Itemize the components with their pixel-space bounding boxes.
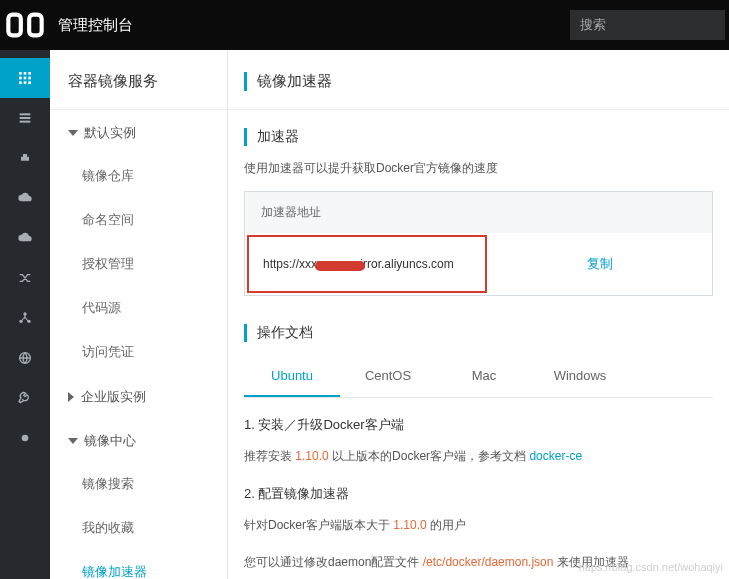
nav-globe-icon[interactable]: [0, 338, 50, 378]
doc-step2: 2. 配置镜像加速器: [244, 485, 713, 503]
doc-recommend: 推荐安装 1.10.0 以上版本的Docker客户端，参考文档 docker-c…: [244, 448, 713, 465]
doc-cfg-line2: 您可以通过修改daemon配置文件 /etc/docker/daemon.jso…: [244, 554, 713, 571]
tab-windows[interactable]: Windows: [532, 356, 628, 397]
sidebar-group-default[interactable]: 默认实例: [50, 110, 227, 154]
sidebar-item-namespaces[interactable]: 命名空间: [50, 198, 227, 242]
nav-network-icon[interactable]: [0, 298, 50, 338]
icon-rail: [0, 50, 50, 579]
accelerator-address-label: 加速器地址: [245, 192, 712, 233]
version-text: 1.10.0: [295, 449, 328, 463]
sidebar-group-enterprise[interactable]: 企业版实例: [50, 374, 227, 418]
nav-circle-icon[interactable]: [0, 418, 50, 458]
caret-down-icon: [68, 130, 78, 136]
brand-logo[interactable]: [0, 0, 50, 50]
svg-rect-1: [29, 15, 42, 36]
console-title: 管理控制台: [50, 16, 133, 35]
sidebar: 容器镜像服务 默认实例 镜像仓库 命名空间 授权管理 代码源 访问凭证 企业版实…: [50, 50, 228, 579]
svg-rect-6: [24, 77, 27, 80]
doc-step1: 1. 安装／升级Docker客户端: [244, 416, 713, 434]
svg-point-18: [22, 435, 29, 442]
svg-rect-12: [20, 117, 31, 119]
sidebar-item-credentials[interactable]: 访问凭证: [50, 330, 227, 374]
accelerator-address-box: 加速器地址 https://xxxxxxxx.mirror.aliyuncs.c…: [244, 191, 713, 296]
doc-cfg-line1: 针对Docker客户端版本大于 1.10.0 的用户: [244, 517, 713, 534]
sidebar-service-title: 容器镜像服务: [50, 50, 227, 110]
sidebar-item-favorites[interactable]: 我的收藏: [50, 506, 227, 550]
svg-rect-13: [20, 121, 31, 123]
svg-rect-9: [24, 81, 27, 84]
tab-centos[interactable]: CentOS: [340, 356, 436, 397]
content: 镜像加速器 加速器 使用加速器可以提升获取Docker官方镜像的速度 加速器地址…: [228, 50, 729, 579]
accelerator-address-value: https://xxxxxxxx.mirror.aliyuncs.com: [263, 257, 471, 271]
page-title: 镜像加速器: [244, 72, 713, 91]
nav-db-icon[interactable]: [0, 98, 50, 138]
section-docs-title: 操作文档: [244, 324, 713, 342]
nav-apps-icon[interactable]: [0, 58, 50, 98]
nav-cloud2-icon[interactable]: [0, 218, 50, 258]
docs-tabs: Ubuntu CentOS Mac Windows: [244, 356, 713, 398]
docker-ce-link[interactable]: docker-ce: [529, 449, 582, 463]
sidebar-item-auth[interactable]: 授权管理: [50, 242, 227, 286]
svg-rect-0: [8, 15, 21, 36]
caret-down-icon: [68, 438, 78, 444]
sidebar-group-center[interactable]: 镜像中心: [50, 418, 227, 462]
sidebar-item-search[interactable]: 镜像搜索: [50, 462, 227, 506]
svg-rect-11: [20, 113, 31, 115]
accelerator-highlight: https://xxxxxxxx.mirror.aliyuncs.com: [247, 235, 487, 293]
svg-rect-8: [19, 81, 22, 84]
svg-point-14: [23, 312, 26, 315]
top-bar: 管理控制台 搜索: [0, 0, 729, 50]
svg-rect-3: [24, 72, 27, 75]
search-input[interactable]: 搜索: [570, 10, 725, 40]
sidebar-item-source[interactable]: 代码源: [50, 286, 227, 330]
svg-rect-4: [28, 72, 31, 75]
section-accelerator-title: 加速器: [244, 128, 713, 146]
nav-tool-icon[interactable]: [0, 378, 50, 418]
redaction-mark: [315, 261, 365, 271]
nav-shuffle-icon[interactable]: [0, 258, 50, 298]
sidebar-item-repos[interactable]: 镜像仓库: [50, 154, 227, 198]
accelerator-desc: 使用加速器可以提升获取Docker官方镜像的速度: [244, 160, 713, 177]
tab-mac[interactable]: Mac: [436, 356, 532, 397]
svg-rect-5: [19, 77, 22, 80]
svg-rect-7: [28, 77, 31, 80]
daemon-json-path: /etc/docker/daemon.json: [423, 555, 554, 569]
nav-cloud-icon[interactable]: [0, 178, 50, 218]
caret-right-icon: [68, 392, 74, 402]
tab-ubuntu[interactable]: Ubuntu: [244, 356, 340, 397]
nav-ecs-icon[interactable]: [0, 138, 50, 178]
svg-rect-10: [28, 81, 31, 84]
copy-button[interactable]: 复制: [487, 233, 712, 295]
sidebar-item-accelerator[interactable]: 镜像加速器: [50, 550, 227, 579]
svg-rect-2: [19, 72, 22, 75]
